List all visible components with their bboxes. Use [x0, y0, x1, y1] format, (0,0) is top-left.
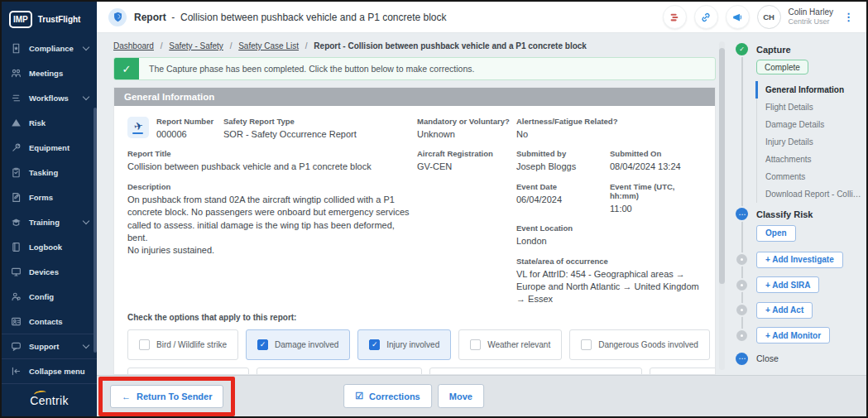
- return-to-sender-button[interactable]: ← Return To Sender: [110, 385, 223, 408]
- sidebar-item-label: Devices: [29, 267, 59, 276]
- body-row: Dashboard / Safety - Safety / Safety Cas…: [97, 33, 866, 375]
- main-area: Report - Collision between pushback vehi…: [97, 2, 866, 416]
- options-row-1: Bird / Wildlife strike ✓Damage involved …: [127, 329, 702, 360]
- sidebar-item-meetings[interactable]: Meetings: [2, 60, 97, 85]
- logbook-icon: [10, 241, 22, 252]
- sidebar-item-devices[interactable]: Devices: [2, 259, 97, 284]
- option-weather-relevant[interactable]: Weather relevant: [458, 329, 562, 360]
- sidebar-item-label: Risk: [29, 118, 46, 127]
- option-bird-wildlife-strike[interactable]: Bird / Wildlife strike: [127, 329, 238, 360]
- breadcrumb-current: Report - Collision between pushback vehi…: [314, 41, 587, 50]
- banner-message: The Capture phase has been completed. Cl…: [139, 64, 484, 74]
- support-icon: [10, 341, 22, 353]
- content-scrollbar[interactable]: [719, 41, 725, 370]
- capture-step-comments[interactable]: Comments: [757, 168, 861, 185]
- sidebar-item-equipment[interactable]: Equipment: [2, 135, 97, 160]
- sidebar-item-label: Config: [29, 292, 54, 301]
- capture-step-attachments[interactable]: Attachments: [757, 151, 861, 168]
- sidebar: IMP TrustFlight Compliance Meetings Work…: [2, 2, 97, 416]
- chevron-down-icon: [83, 93, 89, 99]
- option-dangerous-goods[interactable]: Dangerous Goods involved: [569, 329, 710, 360]
- user-info: Colin Harley Centrik User: [789, 7, 833, 27]
- workflow-step-investigate: + Add Investigate: [736, 252, 861, 268]
- red-highlight-annotation: ← Return To Sender: [98, 377, 235, 416]
- collapse-menu-icon: [10, 366, 22, 377]
- add-act-button[interactable]: + Add Act: [756, 302, 813, 319]
- option-injury-involved[interactable]: ✓Injury involved: [357, 329, 451, 360]
- workflows-icon: [10, 92, 22, 103]
- kebab-menu-icon[interactable]: ⋮: [841, 11, 856, 23]
- capture-step-injury-details[interactable]: Injury Details: [757, 133, 861, 151]
- phase-complete-banner: ✓ The Capture phase has been completed. …: [113, 57, 716, 80]
- back-arrow-icon: ←: [122, 392, 131, 401]
- devices-icon: [10, 266, 22, 277]
- sidebar-item-label: Equipment: [29, 143, 70, 152]
- checkbox-checked-icon: ✓: [369, 339, 380, 350]
- sidebar-item-label: Training: [29, 218, 60, 227]
- brand-name: TrustFlight: [38, 15, 81, 24]
- contacts-icon: [10, 315, 22, 327]
- add-monitor-button[interactable]: + Add Monitor: [756, 327, 830, 344]
- sidebar-item-config[interactable]: Config: [2, 284, 97, 309]
- avatar[interactable]: CH: [757, 5, 781, 29]
- chevron-down-icon: [83, 217, 89, 223]
- sidebar-item-tasking[interactable]: Tasking: [2, 160, 97, 185]
- field-mandatory-voluntary: Mandatory or Voluntary? Unknown: [417, 117, 516, 141]
- sidebar-item-forms[interactable]: Forms: [2, 185, 97, 209]
- report-shield-icon: [108, 8, 127, 26]
- sidebar-item-logbook[interactable]: Logbook: [2, 234, 97, 259]
- option-air-navigation[interactable]: Air navigation / Air traffic management …: [429, 368, 642, 375]
- training-icon: [10, 216, 22, 228]
- capture-step-download-report[interactable]: Download Report - Collision ...: [757, 185, 861, 203]
- add-sira-button[interactable]: + Add SIRA: [756, 276, 819, 293]
- capture-complete-icon: ✓: [736, 43, 748, 55]
- add-investigate-button[interactable]: + Add Investigate: [756, 252, 843, 268]
- config-icon: [10, 291, 22, 302]
- open-button[interactable]: Open: [756, 225, 796, 242]
- user-name: Colin Harley: [789, 7, 833, 18]
- sidebar-item-support[interactable]: Support: [2, 334, 97, 358]
- centrik-logo: Centrik: [30, 394, 68, 407]
- capture-steps: General Information Flight Details Damag…: [756, 81, 861, 203]
- sidebar-item-risk[interactable]: Risk: [2, 110, 97, 135]
- corrections-button[interactable]: ☑ Corrections: [343, 384, 432, 408]
- top-header-bar: Report - Collision between pushback vehi…: [97, 2, 866, 33]
- field-event-time: Event Time (UTC, hh:mm) 11:00: [610, 182, 702, 215]
- header-actions: CH Colin Harley Centrik User ⋮: [663, 5, 856, 29]
- sidebar-scrollbar[interactable]: [94, 108, 97, 353]
- workflow-step-classify-risk: ⋯ Classify Risk: [736, 208, 861, 220]
- collapse-menu-button[interactable]: Collapse menu: [2, 358, 97, 383]
- breadcrumb-safety-case-list[interactable]: Safety Case List: [238, 41, 299, 50]
- capture-step-general-information[interactable]: General Information: [755, 81, 861, 98]
- sidebar-item-contacts[interactable]: Contacts: [2, 309, 97, 334]
- queue-icon[interactable]: [663, 5, 687, 29]
- sidebar-item-label: Compliance: [29, 44, 74, 53]
- content-scrollbar-thumb[interactable]: [719, 48, 725, 284]
- sidebar-item-training[interactable]: Training: [2, 209, 97, 234]
- field-safety-report-type: Safety Report Type SOR - Safety Occurren…: [223, 117, 417, 141]
- capture-status-badge[interactable]: Complete: [756, 60, 808, 74]
- option-engine-propeller[interactable]: Engine, Propeller or Part directly invol…: [650, 368, 716, 375]
- breadcrumb-safety[interactable]: Safety - Safety: [169, 41, 223, 50]
- close-label: Close: [756, 353, 779, 363]
- field-description: Description On pushback from stand 02A t…: [127, 182, 417, 306]
- announcement-icon[interactable]: [726, 5, 750, 29]
- sidebar-item-label: Support: [29, 342, 59, 351]
- breadcrumb: Dashboard / Safety - Safety / Safety Cas…: [113, 41, 716, 50]
- equipment-icon: [10, 142, 22, 153]
- move-button[interactable]: Move: [438, 384, 484, 408]
- capture-step-flight-details[interactable]: Flight Details: [757, 98, 861, 116]
- link-icon[interactable]: [694, 5, 718, 29]
- capture-step-damage-details[interactable]: Damage Details: [757, 116, 861, 133]
- options-row-2: Other aircraft involved Occurrence on or…: [127, 368, 702, 375]
- option-damage-involved[interactable]: ✓Damage involved: [246, 329, 350, 360]
- breadcrumb-dashboard[interactable]: Dashboard: [113, 41, 154, 50]
- sidebar-item-compliance[interactable]: Compliance: [2, 36, 97, 60]
- workflow-timeline: ✓ Capture Complete General Information F…: [736, 43, 861, 365]
- sidebar-item-label: Tasking: [29, 168, 58, 177]
- sidebar-item-workflows[interactable]: Workflows: [2, 85, 97, 110]
- option-other-aircraft[interactable]: Other aircraft involved: [127, 368, 249, 375]
- field-report-number: ✈ Report Number 000006: [127, 117, 223, 141]
- option-occurrence-aerodrome[interactable]: Occurrence on or near aerodrome: [257, 368, 422, 375]
- field-event-location: Event Location London: [516, 223, 702, 247]
